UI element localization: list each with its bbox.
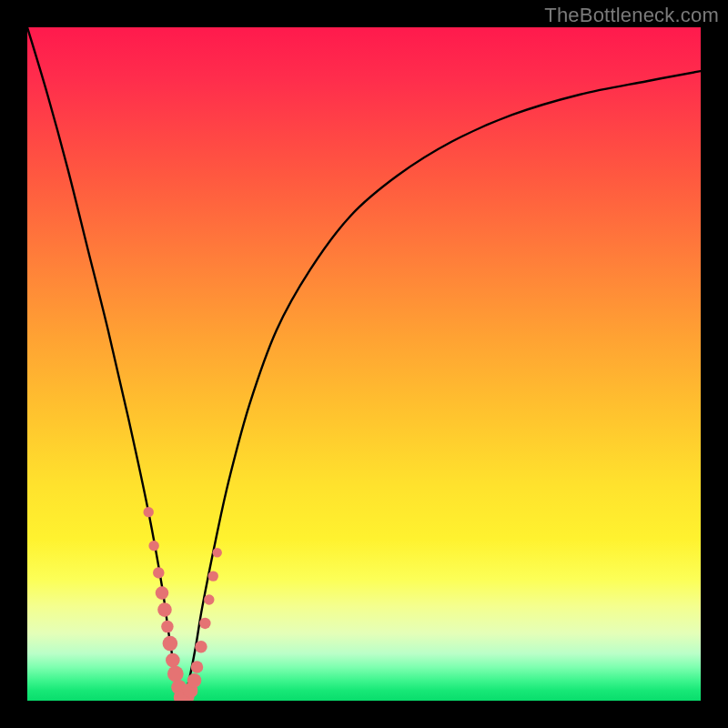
sample-point [156,586,169,600]
sample-point [191,661,204,673]
sample-point [199,618,210,629]
sample-markers [143,507,221,701]
sample-point [161,621,174,633]
sample-point [153,567,164,578]
sample-point [157,602,172,617]
sample-point [167,666,184,682]
sample-point [143,507,153,517]
chart-frame: TheBottleneck.com [0,0,728,728]
sample-point [187,673,202,688]
sample-point [208,571,218,581]
sample-point [148,541,158,551]
watermark-text: TheBottleneck.com [544,4,719,27]
bottleneck-curve [27,27,701,701]
sample-point [204,594,214,604]
sample-point [195,641,207,653]
plot-area [27,27,701,701]
sample-point [212,548,221,557]
sample-point [166,653,180,668]
curve-layer [27,27,701,701]
sample-point [163,636,178,652]
